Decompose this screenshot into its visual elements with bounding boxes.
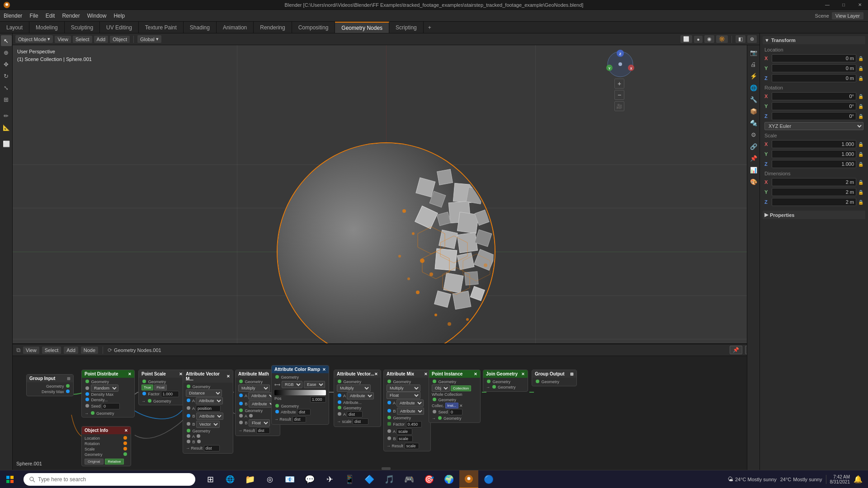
scale-x-input[interactable] (772, 140, 856, 148)
tool-select[interactable]: ↖ (1, 35, 12, 46)
math-b-type[interactable]: Float (249, 419, 270, 427)
transform-space[interactable]: Global ▾ (137, 35, 161, 43)
lock-dim-y[interactable]: 🔒 (858, 190, 863, 195)
mix-a[interactable]: Attribute (396, 399, 424, 407)
type-float-btn[interactable]: Float (154, 385, 167, 390)
tool-rotate[interactable]: ↻ (1, 70, 12, 81)
rotation-x-input[interactable] (772, 92, 856, 100)
node-object-info[interactable]: Object Info ✕ Location Rotation Scale Ge… (81, 426, 131, 466)
lock-dim-x[interactable]: 🔒 (858, 180, 863, 185)
rotation-z-input[interactable] (772, 112, 856, 120)
vec-b-type[interactable]: Vector (196, 421, 220, 428)
taskbar-blender[interactable] (459, 470, 478, 488)
lock-x[interactable]: 🔒 (858, 56, 863, 61)
node-point-distribute[interactable]: Point Distribute ✕ Geometry Random Densi… (81, 370, 135, 418)
node-select-menu[interactable]: Select (42, 347, 61, 354)
viewport-gizmo[interactable]: ⊛ (747, 35, 757, 43)
mix-a-val[interactable] (396, 428, 412, 435)
viewport-select-menu[interactable]: Select (73, 36, 92, 43)
camera-button[interactable]: 🎥 (614, 101, 624, 111)
ws-tab-compositing[interactable]: Compositing (292, 22, 335, 33)
lock-z[interactable]: 🔒 (858, 76, 863, 81)
clock-display[interactable]: 7:42 AM 8/31/2021 (830, 474, 850, 484)
rotation-y-input[interactable] (772, 102, 856, 110)
node-point-instance[interactable]: Point Instance ✕ Geometry Object Collect… (429, 370, 481, 423)
start-button[interactable] (0, 470, 20, 488)
tool-move[interactable]: ✥ (1, 59, 12, 70)
instance-collection-btn[interactable]: Inst... (445, 403, 459, 408)
taskbar-game1[interactable]: 🎮 (400, 470, 419, 488)
node-attribute-vector-math2[interactable]: Attribute Vector... ✕ Geometry Multiply … (334, 370, 381, 427)
node-group-output[interactable]: Group Output ⊞ Geometry (532, 370, 577, 386)
vec-a-select[interactable]: Attribute (196, 397, 223, 404)
ramp-result[interactable] (292, 416, 306, 422)
rotation-mode-select[interactable]: XYZ Euler (764, 122, 863, 130)
taskbar-whatsapp[interactable]: 📱 (340, 470, 359, 488)
scale-y-input[interactable] (772, 150, 856, 158)
lock-y[interactable]: 🔒 (858, 66, 863, 71)
taskbar-browser2[interactable]: 🌍 (439, 470, 458, 488)
dim-x-input[interactable] (772, 178, 856, 186)
ws-tab-rendering[interactable]: Rendering (254, 22, 292, 33)
menu-edit[interactable]: Edit (42, 10, 59, 21)
lock-dim-z[interactable]: 🔒 (858, 200, 863, 205)
scale-z-input[interactable] (772, 160, 856, 168)
node-node-menu[interactable]: Node (81, 347, 98, 354)
lock-rot-y[interactable]: 🔒 (858, 104, 863, 109)
instance-type-select[interactable]: Object (432, 385, 450, 392)
view-layer-badge[interactable]: View Layer (832, 12, 863, 19)
ws-tab-layout[interactable]: Layout (0, 22, 29, 33)
color-ramp-interp[interactable]: Ease (304, 381, 325, 388)
obj-info-relative-btn[interactable]: Relative (105, 459, 124, 465)
taskbar-spotify[interactable]: 🎵 (380, 470, 399, 488)
mix-type-select[interactable]: Float (387, 392, 420, 399)
location-z-input[interactable] (772, 74, 856, 82)
taskbar-unknown2[interactable]: 🔵 (479, 470, 498, 488)
menu-blender[interactable]: Blender (0, 10, 26, 21)
taskbar-unknown1[interactable]: 🔷 (360, 470, 379, 488)
mode-selector[interactable]: Object Mode ▾ (15, 35, 53, 43)
location-x-input[interactable] (772, 54, 856, 62)
dim-y-input[interactable] (772, 188, 856, 196)
node-view-menu[interactable]: View (23, 347, 39, 354)
minimize-button[interactable]: — (819, 0, 835, 10)
taskbar-discord[interactable]: 💬 (300, 470, 319, 488)
color-ramp-mode[interactable]: RGB (282, 381, 302, 388)
vec2-a[interactable]: Attribute (347, 392, 374, 399)
vec2-a-val[interactable] (347, 411, 363, 418)
menu-render[interactable]: Render (58, 10, 83, 21)
node-attribute-vector-math[interactable]: Attribute Vector M... ✕ Geometry Distanc… (183, 370, 233, 454)
ws-tab-add[interactable]: + (424, 22, 436, 33)
node-group-input[interactable]: Group Input ⊞ Geometry Density Max (26, 374, 74, 396)
taskbar-explorer[interactable]: 📁 (241, 470, 259, 488)
taskbar-mail[interactable]: 📧 (280, 470, 299, 488)
mix-b-val[interactable] (397, 436, 413, 442)
viewport-shading-solid[interactable]: ● (694, 36, 703, 43)
viewport-shading-render[interactable]: 🔆 (716, 35, 728, 43)
ws-tab-modeling[interactable]: Modeling (29, 22, 65, 33)
taskbar-game2[interactable]: 🎯 (420, 470, 439, 488)
taskbar-chrome[interactable]: ◎ (260, 470, 279, 488)
viewport-add-menu[interactable]: Add (94, 36, 108, 43)
collection-btn[interactable]: Collection (451, 385, 471, 391)
node-canvas[interactable]: Group Input ⊞ Geometry Density Max (13, 356, 760, 470)
zoom-out-button[interactable]: − (614, 90, 624, 100)
node-add-menu[interactable]: Add (64, 347, 78, 354)
ramp-attr[interactable] (297, 409, 311, 415)
ws-tab-texture-paint[interactable]: Texture Paint (139, 22, 184, 33)
tool-measure[interactable]: 📐 (1, 122, 12, 133)
tool-add-cube[interactable]: ⬜ (1, 138, 12, 149)
node-attribute-color-ramp[interactable]: Attribute Color Ramp ✕ Geometry ⟷ RGB Ea… (271, 365, 329, 425)
taskbar-task-view[interactable]: ⊞ (201, 470, 220, 488)
ws-tab-sculpting[interactable]: Sculpting (65, 22, 100, 33)
mix-result[interactable] (405, 443, 419, 449)
instance-seed[interactable] (449, 409, 462, 415)
taskbar-search-box[interactable]: Type here to search (24, 473, 195, 486)
ws-tab-shading[interactable]: Shading (184, 22, 217, 33)
vec2-op-select[interactable]: Multiply (337, 385, 371, 392)
properties-header[interactable]: ▶ Properties (763, 211, 865, 219)
math-result[interactable] (256, 427, 270, 434)
ramp-pos-input[interactable] (310, 396, 326, 403)
zoom-in-button[interactable]: + (614, 79, 624, 89)
ws-tab-geometry-nodes[interactable]: Geometry Nodes (335, 22, 389, 33)
